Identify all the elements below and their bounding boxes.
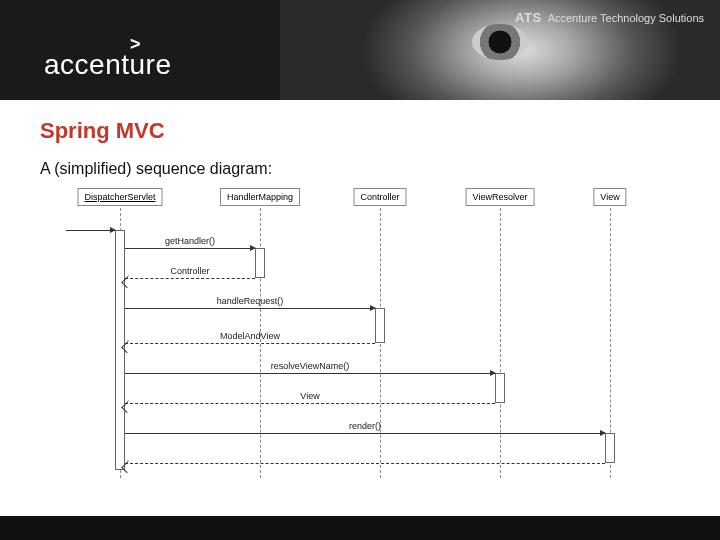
participant-dispatcher: DispatcherServlet xyxy=(77,188,162,206)
message-label: handleRequest() xyxy=(217,296,284,306)
logo-text: accenture xyxy=(44,49,171,80)
footer-bar xyxy=(0,516,720,540)
sequence-diagram: DispatcherServletHandlerMappingControlle… xyxy=(60,188,660,498)
arrow-return-5 xyxy=(125,403,495,404)
message-label: render() xyxy=(349,421,381,431)
arrow-incoming xyxy=(66,230,115,231)
participant-label: Controller xyxy=(353,188,406,206)
participant-label: ViewResolver xyxy=(466,188,535,206)
arrow-return-7 xyxy=(125,463,605,464)
activation-mapping xyxy=(255,248,265,278)
message-label: View xyxy=(300,391,319,401)
participant-label: View xyxy=(593,188,626,206)
participant-mapping: HandlerMapping xyxy=(220,188,300,206)
arrow-call-2 xyxy=(125,308,375,309)
arrow-return-3 xyxy=(125,343,375,344)
ats-label: ATS Accenture Technology Solutions xyxy=(515,10,704,25)
message-label: ModelAndView xyxy=(220,331,280,341)
participant-resolver: ViewResolver xyxy=(466,188,535,206)
content: Spring MVC A (simplified) sequence diagr… xyxy=(0,100,720,498)
ats-prefix: ATS xyxy=(515,10,542,25)
logo: > accenture xyxy=(44,34,171,81)
arrow-call-6 xyxy=(125,433,605,434)
page-subtitle: A (simplified) sequence diagram: xyxy=(40,160,680,178)
ats-full: Accenture Technology Solutions xyxy=(548,12,704,24)
lifeline-resolver xyxy=(500,208,501,478)
header-banner: > accenture ATS Accenture Technology Sol… xyxy=(0,0,720,100)
activation-resolver xyxy=(495,373,505,403)
lifeline-controller xyxy=(380,208,381,478)
participant-controller: Controller xyxy=(353,188,406,206)
participant-label: HandlerMapping xyxy=(220,188,300,206)
participant-label: DispatcherServlet xyxy=(77,188,162,206)
arrow-call-0 xyxy=(125,248,255,249)
message-label: getHandler() xyxy=(165,236,215,246)
message-label: Controller xyxy=(170,266,209,276)
arrow-return-1 xyxy=(125,278,255,279)
activation-view xyxy=(605,433,615,463)
message-label: resolveViewName() xyxy=(271,361,349,371)
activation-controller xyxy=(375,308,385,343)
arrow-call-4 xyxy=(125,373,495,374)
page-title: Spring MVC xyxy=(40,118,680,144)
participant-view: View xyxy=(593,188,626,206)
